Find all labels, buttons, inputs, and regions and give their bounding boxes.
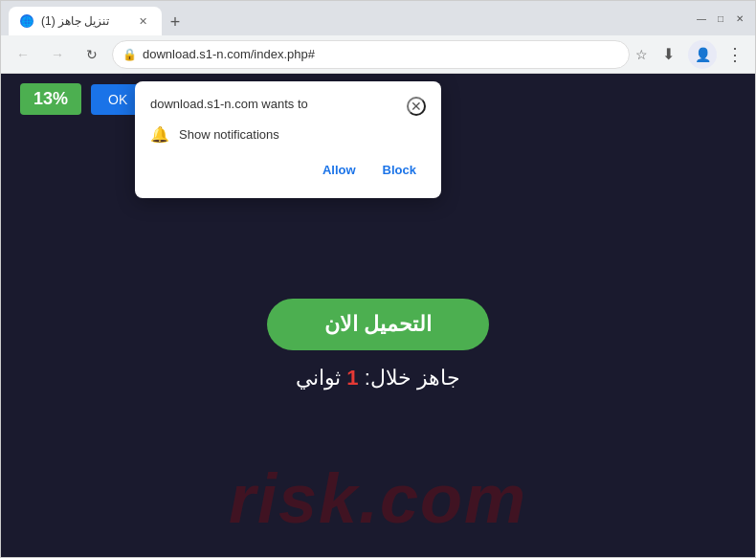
allow-button[interactable]: Allow xyxy=(313,157,366,183)
profile-button[interactable]: 👤 xyxy=(688,40,717,69)
dialog-buttons: Allow Block xyxy=(150,157,426,183)
countdown-number: 1 xyxy=(346,366,358,390)
close-button[interactable]: ✕ xyxy=(732,11,747,26)
tab-area: 🌐 (1) تنزيل جاهز ✕ + xyxy=(9,1,690,35)
browser-window: 🌐 (1) تنزيل جاهز ✕ + — □ ✕ ← → ↻ 🔒 downl… xyxy=(0,0,756,558)
countdown-prefix: جاهز خلال: xyxy=(365,366,460,390)
reload-button[interactable]: ↻ xyxy=(78,40,106,69)
back-button[interactable]: ← xyxy=(9,40,37,69)
download-button[interactable]: ⬇ xyxy=(654,40,682,69)
url-text: download.s1-n.com/index.php# xyxy=(143,47,619,61)
menu-button[interactable]: ⋮ xyxy=(723,44,747,65)
active-tab[interactable]: 🌐 (1) تنزيل جاهز ✕ xyxy=(9,7,162,35)
minimize-button[interactable]: — xyxy=(694,11,709,26)
countdown-text: جاهز خلال: 1 ثواني xyxy=(296,366,460,391)
bell-icon: 🔔 xyxy=(150,125,169,144)
dialog-title: download.s1-n.com wants to xyxy=(150,97,308,111)
notification-dialog: download.s1-n.com wants to ✕ 🔔 Show noti… xyxy=(135,81,441,198)
address-bar[interactable]: 🔒 download.s1-n.com/index.php# xyxy=(112,40,630,69)
tab-close-button[interactable]: ✕ xyxy=(135,13,150,29)
forward-button[interactable]: → xyxy=(43,40,72,69)
globe-icon: 🌐 xyxy=(21,16,33,27)
notification-row: 🔔 Show notifications xyxy=(150,125,426,144)
tab-favicon: 🌐 xyxy=(20,14,33,28)
window-controls: — □ ✕ xyxy=(694,11,747,26)
lock-icon: 🔒 xyxy=(122,48,137,61)
bookmark-icon[interactable]: ☆ xyxy=(635,47,648,62)
center-content: التحميل الان جاهز خلال: 1 ثواني xyxy=(267,299,489,391)
dialog-close-button[interactable]: ✕ xyxy=(407,97,426,116)
download-icon: ⬇ xyxy=(662,45,675,63)
page-content: تحميلك جاهز! أدخل رقم هاتفك المحمول OK 1… xyxy=(1,74,755,557)
dialog-header: download.s1-n.com wants to ✕ xyxy=(150,97,426,116)
percent-badge: 13% xyxy=(20,83,81,115)
new-tab-button[interactable]: + xyxy=(162,9,189,35)
nav-bar: ← → ↻ 🔒 download.s1-n.com/index.php# ☆ ⬇… xyxy=(1,35,755,74)
tab-title: (1) تنزيل جاهز xyxy=(41,14,127,28)
profile-icon: 👤 xyxy=(695,47,711,62)
title-bar: 🌐 (1) تنزيل جاهز ✕ + — □ ✕ xyxy=(1,1,755,35)
block-button[interactable]: Block xyxy=(373,157,426,183)
maximize-button[interactable]: □ xyxy=(713,11,728,26)
notification-label: Show notifications xyxy=(179,127,279,142)
countdown-suffix: ثواني xyxy=(296,366,341,390)
watermark: risk.com xyxy=(229,459,527,538)
download-now-button[interactable]: التحميل الان xyxy=(267,299,489,350)
